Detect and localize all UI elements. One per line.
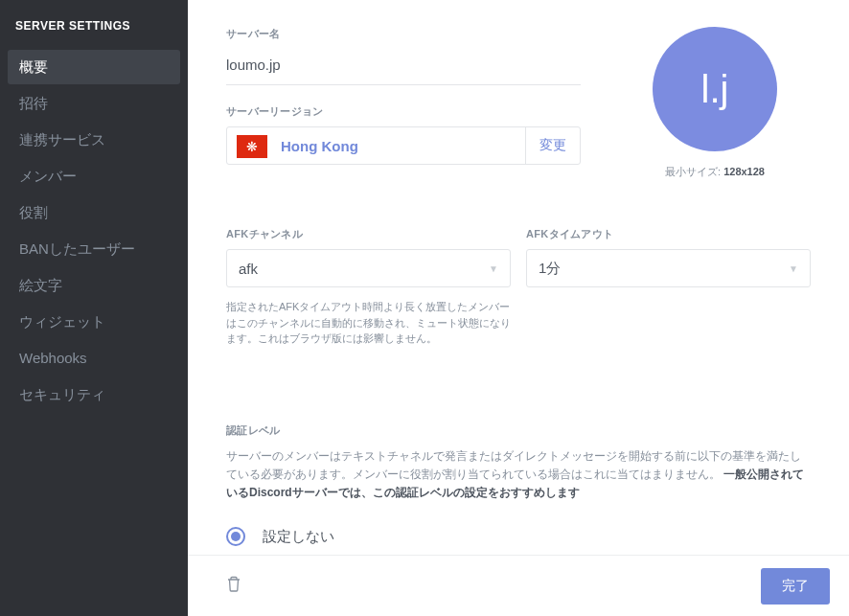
verification-radio-group: 設定しない 低 <box>226 519 811 555</box>
region-selector: ❋ Hong Kong 変更 <box>226 126 581 165</box>
radio-icon <box>226 527 245 546</box>
sidebar-item-label: 役割 <box>19 204 48 220</box>
radio-label: 設定しない <box>263 528 334 546</box>
afk-timeout-value: 1分 <box>539 260 561 278</box>
chevron-down-icon: ▼ <box>789 263 798 274</box>
sidebar-header: SERVER SETTINGS <box>0 19 188 48</box>
min-size-value: 128x128 <box>723 166 765 177</box>
sidebar-item-label: 連携サービス <box>19 131 105 148</box>
trash-icon[interactable] <box>226 576 241 597</box>
region-label: サーバーリージョン <box>226 104 581 119</box>
sidebar-item-webhooks[interactable]: Webhooks <box>8 341 180 376</box>
afk-timeout-select[interactable]: 1分 ▼ <box>526 249 811 287</box>
sidebar-item-label: セキュリティ <box>19 386 105 402</box>
min-size-label: 最小サイズ: <box>665 166 721 177</box>
sidebar-item-integrations[interactable]: 連携サービス <box>8 123 180 157</box>
verification-desc-text: サーバーのメンバーはテキストチャネルで発言またはダイレクトメッセージを開始する前… <box>226 449 801 481</box>
verification-option-none[interactable]: 設定しない <box>226 519 811 554</box>
afk-channel-value: afk <box>239 261 258 277</box>
sidebar: SERVER SETTINGS 概要 招待 連携サービス メンバー 役割 BAN… <box>0 0 188 616</box>
server-avatar[interactable]: l.j <box>653 27 777 151</box>
sidebar-item-widget[interactable]: ウィジェット <box>8 305 180 339</box>
sidebar-item-overview[interactable]: 概要 <box>8 50 180 84</box>
sidebar-item-label: BANしたユーザー <box>19 240 135 257</box>
server-name-label: サーバー名 <box>226 27 581 41</box>
afk-channel-select[interactable]: afk ▼ <box>226 249 511 287</box>
sidebar-item-label: 絵文字 <box>19 277 62 293</box>
sidebar-item-invite[interactable]: 招待 <box>8 86 180 121</box>
server-name-input[interactable] <box>226 49 581 85</box>
sidebar-item-roles[interactable]: 役割 <box>8 195 180 230</box>
afk-timeout-label: AFKタイムアウト <box>526 227 811 241</box>
afk-channel-label: AFKチャンネル <box>226 227 511 241</box>
region-name: Hong Kong <box>281 127 525 164</box>
sidebar-item-label: 招待 <box>19 95 48 111</box>
main-content: サーバー名 サーバーリージョン ❋ Hong Kong 変更 l.j 最小サイズ… <box>188 0 849 616</box>
region-change-button[interactable]: 変更 <box>525 127 580 164</box>
chevron-down-icon: ▼ <box>489 263 498 274</box>
footer-bar: 完了 <box>188 555 849 616</box>
sidebar-item-label: ウィジェット <box>19 313 105 330</box>
sidebar-item-emoji[interactable]: 絵文字 <box>8 268 180 303</box>
sidebar-item-bans[interactable]: BANしたユーザー <box>8 232 180 266</box>
hongkong-flag-icon: ❋ <box>237 135 267 158</box>
sidebar-item-label: メンバー <box>19 168 77 184</box>
done-button[interactable]: 完了 <box>761 568 830 605</box>
content-scroll: サーバー名 サーバーリージョン ❋ Hong Kong 変更 l.j 最小サイズ… <box>188 0 849 555</box>
verification-label: 認証レベル <box>226 423 811 438</box>
sidebar-item-label: 概要 <box>19 58 48 75</box>
sidebar-item-security[interactable]: セキュリティ <box>8 377 180 412</box>
sidebar-item-label: Webhooks <box>19 350 87 366</box>
verification-description: サーバーのメンバーはテキストチャネルで発言またはダイレクトメッセージを開始する前… <box>226 447 811 503</box>
sidebar-item-members[interactable]: メンバー <box>8 159 180 194</box>
afk-channel-help: 指定されたAFKタイムアウト時間より長く放置したメンバーはこのチャンネルに自動的… <box>226 299 511 347</box>
min-size-hint: 最小サイズ: 128x128 <box>665 165 765 179</box>
avatar-initials: l.j <box>701 68 729 111</box>
